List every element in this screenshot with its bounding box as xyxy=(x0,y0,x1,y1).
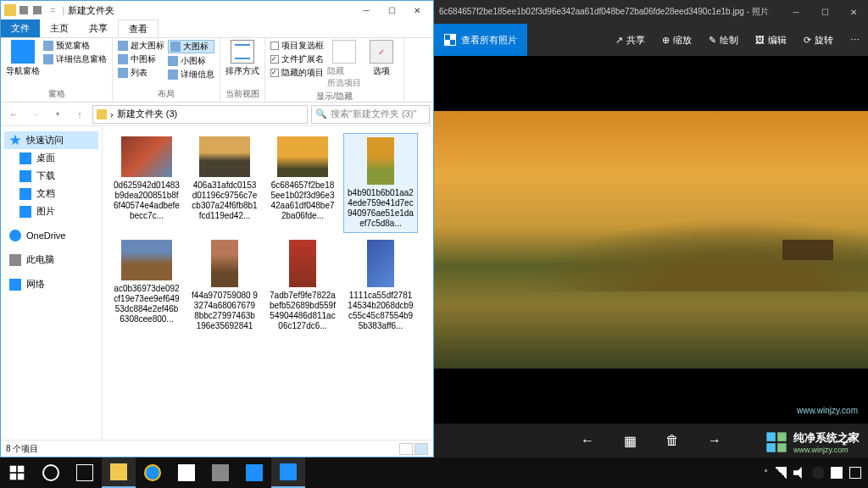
taskbar-ie[interactable] xyxy=(136,458,170,488)
network-icon xyxy=(9,279,21,291)
svg-rect-4 xyxy=(10,466,17,473)
qat-properties-icon[interactable] xyxy=(19,6,28,14)
prev-photo-button[interactable]: ← xyxy=(579,432,596,449)
zoom-button[interactable]: ⊕缩放 xyxy=(654,34,700,47)
sidebar-pictures[interactable]: 图片 xyxy=(4,202,98,220)
layout-small[interactable]: 小图标 xyxy=(168,55,214,67)
nav-pane-button[interactable]: 导航窗格 xyxy=(6,40,40,77)
tab-view[interactable]: 查看 xyxy=(118,19,159,37)
sidebar-downloads[interactable]: 下载 xyxy=(4,167,98,185)
file-thumbnail xyxy=(121,136,172,177)
file-item[interactable]: b4b901b6b01aa24ede759e41d7ec940976ae51e1… xyxy=(343,133,418,233)
opt-file-extensions[interactable]: 文件扩展名 xyxy=(270,53,324,65)
sidebar-quick-access[interactable]: 快速访问 xyxy=(4,131,98,149)
view-all-photos-button[interactable]: 查看所有照片 xyxy=(434,24,527,56)
file-name-label: ac0b36973de092cf19e73ee9ef64953dc884e2ef… xyxy=(113,284,181,324)
explorer-titlebar[interactable]: = | 新建文件夹 ─ ☐ ✕ xyxy=(1,1,433,19)
qat-newfolder-icon[interactable] xyxy=(33,6,42,14)
minimize-button[interactable]: ─ xyxy=(353,2,379,19)
system-tray[interactable]: ˄ xyxy=(764,467,868,479)
tab-share[interactable]: 共享 xyxy=(79,19,118,37)
tab-file[interactable]: 文件 xyxy=(1,19,40,37)
start-button[interactable] xyxy=(0,458,34,488)
hide-selected-button[interactable]: 隐藏 所选项目 xyxy=(327,40,361,89)
details-pane-button[interactable]: 详细信息窗格 xyxy=(43,53,107,65)
file-item[interactable]: 6c684657f2be185ee1b02f3d96e342aa61df048b… xyxy=(265,133,340,233)
tray-chevron-icon[interactable]: ˄ xyxy=(764,469,768,478)
layout-list[interactable]: 列表 xyxy=(118,67,164,79)
preview-pane-button[interactable]: 预览窗格 xyxy=(43,40,107,52)
taskbar-app1[interactable] xyxy=(203,458,237,488)
search-icon: 🔍 xyxy=(315,108,327,119)
sidebar-thispc[interactable]: 此电脑 xyxy=(4,251,98,269)
next-photo-button[interactable]: → xyxy=(706,432,723,449)
delete-button[interactable]: 🗑 xyxy=(664,432,681,449)
breadcrumb[interactable]: 新建文件夹 (3) xyxy=(117,108,178,120)
photos-titlebar[interactable]: 6c684657f2be185ee1b02f3d96e342aa61df048b… xyxy=(434,0,868,24)
network-icon[interactable] xyxy=(775,467,787,479)
forward-button[interactable]: → xyxy=(26,105,45,124)
sort-button[interactable]: 排序方式 xyxy=(225,40,259,77)
draw-button[interactable]: ✎绘制 xyxy=(700,34,747,47)
photo-viewport[interactable]: www.winjzy.com xyxy=(434,56,868,424)
thumbnails-view-button[interactable] xyxy=(415,443,428,455)
item-count-label: 8 个项目 xyxy=(6,443,38,455)
sidebar-desktop[interactable]: 桌面 xyxy=(4,149,98,167)
file-item[interactable]: ac0b36973de092cf19e73ee9ef64953dc884e2ef… xyxy=(109,236,184,335)
file-name-label: 0d625942d01483b9dea200851b8f6f40574e4adb… xyxy=(113,180,181,221)
file-item[interactable]: 0d625942d01483b9dea200851b8f6f40574e4adb… xyxy=(109,133,184,233)
gallery-button[interactable]: ▦ xyxy=(621,432,638,449)
recent-locations-button[interactable]: ▾ xyxy=(48,105,67,124)
minimize-button[interactable]: ─ xyxy=(782,0,810,24)
file-list[interactable]: 0d625942d01483b9dea200851b8f6f40574e4adb… xyxy=(103,126,433,440)
maximize-button[interactable]: ☐ xyxy=(810,0,839,24)
sidebar-network[interactable]: 网络 xyxy=(4,275,98,293)
sidebar-documents[interactable]: 文档 xyxy=(4,185,98,202)
cortana-button[interactable] xyxy=(34,458,68,488)
penguin-icon[interactable] xyxy=(812,467,824,479)
taskbar-store[interactable] xyxy=(170,458,203,488)
sidebar-nav: 快速访问 桌面 下载 文档 图片 OneDrive 此电脑 网络 xyxy=(1,126,103,440)
action-center-icon[interactable] xyxy=(849,467,861,479)
rotate-button[interactable]: ⟳旋转 xyxy=(795,34,842,47)
layout-large[interactable]: 大图标 xyxy=(168,40,214,53)
star-icon xyxy=(9,135,21,147)
file-item[interactable]: 1111ca55df278114534b2068dcb9c55c45c87554… xyxy=(343,236,418,335)
back-button[interactable]: ← xyxy=(4,105,23,124)
svg-rect-1 xyxy=(777,432,787,441)
edit-button[interactable]: 🖼编辑 xyxy=(747,34,795,47)
up-button[interactable]: ↑ xyxy=(70,105,89,124)
taskbar-app2[interactable] xyxy=(237,458,271,488)
file-thumbnail xyxy=(367,137,394,185)
file-thumbnail xyxy=(277,136,328,177)
ime-icon[interactable] xyxy=(831,467,843,479)
close-button[interactable]: ✕ xyxy=(404,2,430,19)
details-view-button[interactable] xyxy=(399,443,413,455)
options-button[interactable]: ✓ 选项 xyxy=(364,40,398,77)
photos-window-title: 6c684657f2be185ee1b02f3d96e342aa61df048b… xyxy=(439,6,782,18)
layout-details[interactable]: 详细信息 xyxy=(168,69,214,80)
file-name-label: b4b901b6b01aa24ede759e41d7ec940976ae51e1… xyxy=(348,188,414,229)
taskbar-photos[interactable] xyxy=(271,458,305,488)
navigation-bar: ← → ▾ ↑ › 新建文件夹 (3) 🔍 搜索"新建文件夹 (3)" xyxy=(1,103,433,126)
close-button[interactable]: ✕ xyxy=(839,0,868,24)
volume-icon[interactable] xyxy=(793,467,805,479)
taskbar-explorer[interactable] xyxy=(102,458,136,488)
file-item[interactable]: 406a31afdc0153d01196c9756c7ecb307a24f6fb… xyxy=(187,133,262,233)
share-button[interactable]: ↗共享 xyxy=(607,34,654,47)
file-item[interactable]: 7adb7ef9fe7822abefb52689bd559f54904486d8… xyxy=(265,236,340,335)
tab-home[interactable]: 主页 xyxy=(40,19,79,37)
layout-medium[interactable]: 中图标 xyxy=(118,53,164,65)
task-view-button[interactable] xyxy=(68,458,102,488)
titlebar-divider: = xyxy=(50,5,55,15)
app-icon xyxy=(212,464,229,481)
more-button[interactable]: ⋯ xyxy=(842,35,868,46)
opt-item-checkboxes[interactable]: 项目复选框 xyxy=(270,40,324,52)
layout-xlarge[interactable]: 超大图标 xyxy=(118,40,164,52)
address-bar[interactable]: › 新建文件夹 (3) xyxy=(92,105,308,124)
file-item[interactable]: f44a970759080 93274a68067679 8bbc2799746… xyxy=(187,236,262,335)
maximize-button[interactable]: ☐ xyxy=(379,2,404,19)
opt-hidden-items[interactable]: 隐藏的项目 xyxy=(270,67,324,79)
sidebar-onedrive[interactable]: OneDrive xyxy=(4,227,98,244)
search-input[interactable]: 🔍 搜索"新建文件夹 (3)" xyxy=(311,105,430,124)
